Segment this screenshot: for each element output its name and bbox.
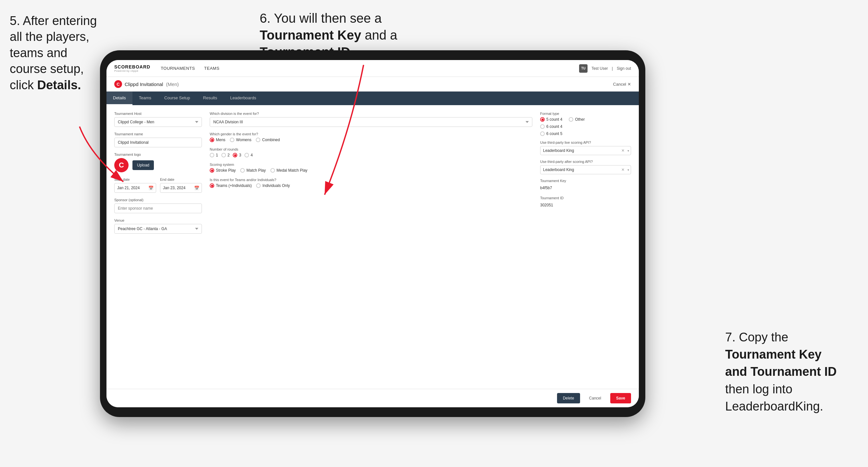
date-row: Start date 📅 End date 📅 — [114, 178, 202, 193]
end-date-calendar-icon: 📅 — [194, 186, 199, 190]
gender-radio-group: Mens Womens Combined — [210, 137, 532, 142]
round-4[interactable]: 4 — [244, 153, 253, 157]
tournament-host-group: Tournament Host Clippd College - Men — [114, 112, 202, 127]
nav-tournaments[interactable]: TOURNAMENTS — [161, 66, 195, 71]
logo-circle: C — [114, 158, 128, 172]
start-date-wrapper: 📅 — [114, 183, 156, 193]
tab-details[interactable]: Details — [106, 92, 132, 105]
tournament-id-group: Tournament ID 302051 — [540, 196, 631, 209]
third-party-live-clear-icon[interactable]: ✕ — [621, 148, 624, 153]
tournament-host-select[interactable]: Clippd College - Men — [114, 117, 202, 127]
sponsor-input[interactable] — [114, 204, 202, 213]
breadcrumb-bar: C Clippd Invitational (Men) Cancel ✕ — [106, 77, 639, 92]
tablet-frame: SCOREBOARD Powered by clippd TOURNAMENTS… — [100, 50, 645, 417]
tournament-name-input[interactable] — [114, 137, 202, 147]
tournament-key-label: Tournament Key — [540, 179, 631, 183]
start-date-group: Start date 📅 — [114, 178, 156, 193]
gender-mens-radio[interactable] — [210, 137, 214, 142]
third-party-live-group: Use third-party live scoring API? Leader… — [540, 141, 631, 155]
sponsor-label: Sponsor (optional) — [114, 198, 202, 202]
breadcrumb-title: Clippd Invitational (Men) — [125, 82, 179, 87]
format-6count5[interactable]: 6 count 5 — [540, 131, 631, 136]
tournament-name-label: Tournament name — [114, 132, 202, 136]
sign-out-link[interactable]: Sign out — [617, 66, 631, 71]
venue-group: Venue Peachtree GC - Atlanta - GA — [114, 218, 202, 234]
round-1-radio[interactable] — [210, 153, 214, 157]
tab-course-setup[interactable]: Course Setup — [158, 92, 197, 105]
format-5count4[interactable]: 5 count 4 — [540, 117, 562, 122]
annotation-top-right: 6. You will then see a Tournament Key an… — [260, 10, 448, 60]
format-options: 5 count 4 Other 6 count 4 — [540, 117, 631, 136]
nav-links: TOURNAMENTS TEAMS — [161, 66, 579, 71]
scoring-stroke-radio[interactable] — [210, 168, 214, 173]
third-party-after-chevron-icon: ▾ — [627, 168, 629, 172]
start-date-label: Start date — [114, 178, 156, 181]
format-6count4[interactable]: 6 count 4 — [540, 124, 631, 129]
individuals-only-radio[interactable] — [256, 183, 261, 188]
clippd-icon: C — [114, 80, 122, 88]
scoring-medal-match-radio[interactable] — [270, 168, 275, 173]
third-party-live-select[interactable]: Leaderboard King — [540, 146, 631, 155]
tournament-logo-group: Tournament logo C Upload — [114, 153, 202, 172]
scoring-group: Scoring system Stroke Play Match Play — [210, 163, 532, 173]
individuals-only[interactable]: Individuals Only — [256, 183, 290, 188]
division-label: Which division is the event for? — [210, 112, 532, 116]
user-label: Test User — [591, 66, 608, 71]
third-party-after-clear-icon[interactable]: ✕ — [621, 167, 624, 172]
round-3[interactable]: 3 — [233, 153, 241, 157]
cancel-button[interactable]: Cancel ✕ — [613, 82, 631, 87]
round-3-radio[interactable] — [233, 153, 237, 157]
format-6count4-radio[interactable] — [540, 124, 545, 129]
tab-leaderboards[interactable]: Leaderboards — [224, 92, 262, 105]
scoring-radio-group: Stroke Play Match Play Medal Match Play — [210, 168, 532, 173]
save-button[interactable]: Save — [610, 393, 631, 403]
third-party-after-select[interactable]: Leaderboard King — [540, 165, 631, 174]
third-party-live-wrapper: Leaderboard King ✕ ▾ — [540, 146, 631, 155]
gender-mens[interactable]: Mens — [210, 137, 225, 142]
teams-group: Is this event for Teams and/or Individua… — [210, 178, 532, 188]
gender-womens-radio[interactable] — [230, 137, 235, 142]
delete-button[interactable]: Delete — [557, 393, 580, 403]
scoring-medal-match[interactable]: Medal Match Play — [270, 168, 307, 173]
round-1[interactable]: 1 — [210, 153, 218, 157]
third-party-live-chevron-icon: ▾ — [627, 149, 629, 153]
scoring-stroke[interactable]: Stroke Play — [210, 168, 236, 173]
gender-womens[interactable]: Womens — [230, 137, 251, 142]
round-2-radio[interactable] — [221, 153, 226, 157]
nav-teams[interactable]: TEAMS — [204, 66, 219, 71]
scoring-label: Scoring system — [210, 163, 532, 166]
tab-teams[interactable]: Teams — [132, 92, 158, 105]
gender-combined[interactable]: Combined — [256, 137, 280, 142]
tournament-id-value: 302051 — [540, 201, 631, 209]
top-nav: SCOREBOARD Powered by clippd TOURNAMENTS… — [106, 60, 639, 77]
venue-label: Venue — [114, 218, 202, 222]
rounds-radio-group: 1 2 3 4 — [210, 153, 532, 157]
teams-plus-radio[interactable] — [210, 183, 214, 188]
teams-plus-individuals[interactable]: Teams (+Individuals) — [210, 183, 252, 188]
tournament-subtitle: (Men) — [166, 82, 179, 87]
upload-button[interactable]: Upload — [132, 160, 154, 170]
round-2[interactable]: 2 — [221, 153, 230, 157]
scoring-match[interactable]: Match Play — [240, 168, 266, 173]
brand-name: SCOREBOARD — [114, 64, 150, 69]
brand-sub: Powered by clippd — [114, 69, 150, 72]
format-other-radio[interactable] — [569, 117, 573, 122]
end-date-label: End date — [160, 178, 202, 181]
gender-combined-radio[interactable] — [256, 137, 260, 142]
division-select[interactable]: NCAA Division III — [210, 117, 532, 127]
venue-select[interactable]: Peachtree GC - Atlanta - GA — [114, 224, 202, 234]
format-group: Format type 5 count 4 Other — [540, 112, 631, 136]
cancel-form-button[interactable]: Cancel — [583, 393, 607, 403]
scoring-match-radio[interactable] — [240, 168, 245, 173]
tournament-logo-label: Tournament logo — [114, 153, 202, 156]
format-5count4-radio[interactable] — [540, 117, 545, 122]
gender-group: Which gender is the event for? Mens Wome… — [210, 132, 532, 142]
round-4-radio[interactable] — [244, 153, 249, 157]
tab-results[interactable]: Results — [197, 92, 224, 105]
rounds-label: Number of rounds — [210, 147, 532, 151]
teams-radio-group: Teams (+Individuals) Individuals Only — [210, 183, 532, 188]
format-other[interactable]: Other — [569, 117, 585, 122]
third-party-after-label: Use third-party after scoring API? — [540, 160, 631, 163]
format-6count5-radio[interactable] — [540, 131, 545, 136]
middle-column: Which division is the event for? NCAA Di… — [210, 112, 532, 234]
